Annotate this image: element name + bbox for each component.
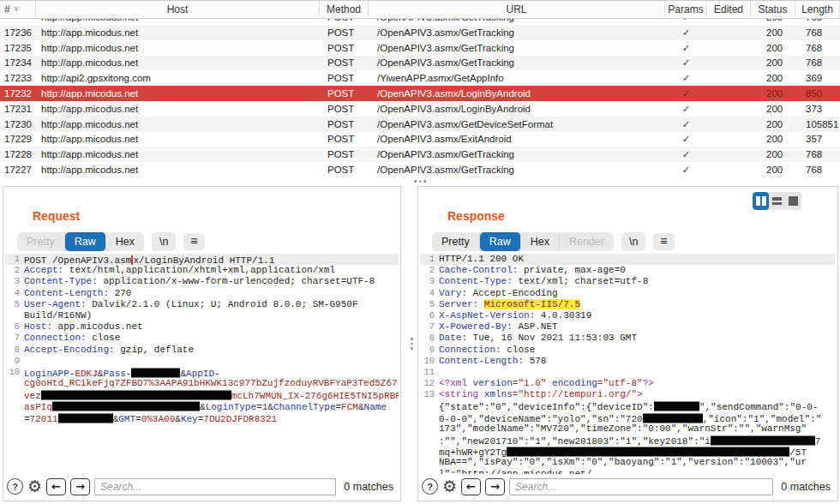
table-row-selected[interactable]: 17232http://app.micodus.netPOST/OpenAPIV… xyxy=(0,86,840,101)
request-editor[interactable]: 1POST /OpenAPIV3.asmx/LoginByAndroid HTT… xyxy=(5,254,399,474)
vertical-splitter-handle[interactable] xyxy=(407,334,417,353)
request-search-input[interactable] xyxy=(94,478,336,495)
text-segment: close xyxy=(87,333,121,343)
cell-url: /OpenAPIV3.asmx/GetDeviceSetFormat xyxy=(369,119,665,129)
text-segment: asPIq xyxy=(24,402,52,411)
request-panel: Request PrettyRawHex\n≡ 1POST /OpenAPIV3… xyxy=(3,186,401,501)
tab-raw[interactable]: Raw xyxy=(65,232,106,251)
column-header-url[interactable]: URL xyxy=(369,1,665,18)
menu-icon[interactable]: ≡ xyxy=(653,233,674,250)
table-row[interactable]: 17230http://app.micodus.netPOST/OpenAPIV… xyxy=(0,117,840,132)
cell-host: http://app.micodus.net xyxy=(36,149,320,159)
table-row[interactable]: 17234http://app.micodus.netPOST/OpenAPIV… xyxy=(0,56,840,71)
show-newlines-button[interactable]: \n xyxy=(621,232,645,251)
cell-host: http://app.micodus.net xyxy=(36,43,320,53)
table-row[interactable]: 17227http://app.micodus.netPOST/OpenAPIV… xyxy=(0,162,840,177)
cell-host: http://app.micodus.net xyxy=(36,104,320,114)
text-segment: ?> xyxy=(643,378,654,388)
tab-render[interactable]: Render xyxy=(560,232,614,251)
cell-host: http://app.micodus.net xyxy=(36,119,320,129)
text-segment: Pass xyxy=(103,369,125,378)
text-segment: Connection: xyxy=(24,333,87,343)
text-segment: = xyxy=(256,402,262,411)
line-number xyxy=(420,412,439,423)
params-check-icon: ✓ xyxy=(665,72,707,84)
layout-rows-button[interactable] xyxy=(769,192,785,210)
tab-hex[interactable]: Hex xyxy=(106,232,144,251)
tab-raw[interactable]: Raw xyxy=(480,232,521,251)
response-editor[interactable]: 1HTTP/1.1 200 OK2Cache-Control: private,… xyxy=(420,254,836,474)
table-row[interactable]: 17231http://app.micodus.netPOST/OpenAPIV… xyxy=(0,101,840,117)
line-content: X-Powered-By: ASP.NET xyxy=(439,321,836,333)
line-number: 4 xyxy=(420,288,439,299)
cell-status: 200 xyxy=(751,149,795,159)
column-header-host[interactable]: Host xyxy=(36,1,320,18)
cell-number: 17230 xyxy=(0,119,36,129)
cell-number: 17228 xyxy=(0,149,36,159)
layout-single-button[interactable] xyxy=(785,192,801,210)
line-content: Vary: Accept-Encoding xyxy=(439,288,836,299)
cell-url: /OpenAPIV3.asmx/LoginByAndroid xyxy=(369,88,665,99)
column-header-status[interactable]: Status xyxy=(751,1,795,18)
cell-length: 373 xyxy=(795,104,840,114)
text-segment: Content-Type: xyxy=(24,276,98,286)
table-row[interactable]: 17236http://app.micodus.netPOST/OpenAPIV… xyxy=(0,25,840,40)
text-segment: & xyxy=(358,402,364,411)
horizontal-splitter-handle[interactable] xyxy=(405,177,435,185)
column-header-method[interactable]: Method xyxy=(320,1,369,18)
request-title: Request xyxy=(33,209,80,223)
table-row-partial[interactable]: http://app.micodus.netPOST/OpenAPIV3.asm… xyxy=(0,19,840,25)
editor-line: 7Connection: close xyxy=(5,333,399,344)
cell-url: /OpenAPIV3.asmx/GetTracking xyxy=(369,57,665,68)
line-number: 10 xyxy=(420,356,439,367)
table-row[interactable]: 17233http://api2.gpsxitong.comPOST/Yiwen… xyxy=(0,70,840,86)
cell-number: 17236 xyxy=(0,27,36,38)
editor-line: l":"http://app.micodus.net/... xyxy=(420,469,836,474)
text-segment: ="http://tempuri.org/" xyxy=(513,389,637,399)
redaction-bar xyxy=(643,413,703,423)
editor-line: 6Host: app.micodus.net xyxy=(5,321,399,333)
next-match-button[interactable]: → xyxy=(485,478,505,495)
gear-icon[interactable]: ⚙ xyxy=(442,479,457,494)
text-segment: POST /OpenAPIV3.asm xyxy=(24,255,131,265)
table-row[interactable]: http://app.micodus.netPOST/OpenAPIV3.asm… xyxy=(0,19,840,25)
tab-pretty[interactable]: Pretty xyxy=(432,232,480,251)
params-check-icon: ✓ xyxy=(665,118,707,130)
params-check-icon: ✓ xyxy=(665,42,707,54)
line-number: 1 xyxy=(420,254,439,265)
cell-method: POST xyxy=(320,134,369,144)
column-header-length[interactable]: Length xyxy=(795,1,840,18)
text-segment: > xyxy=(637,389,643,399)
line-number xyxy=(5,378,24,389)
show-newlines-button[interactable]: \n xyxy=(152,232,176,251)
line-content xyxy=(24,356,399,367)
params-check-icon: ✓ xyxy=(665,57,707,69)
column-header-edited[interactable]: Edited xyxy=(707,1,751,18)
next-match-button[interactable]: → xyxy=(70,478,90,495)
params-check-icon: ✓ xyxy=(665,87,707,99)
column-header-number[interactable]: #∨ xyxy=(0,1,36,18)
help-icon[interactable]: ? xyxy=(422,478,438,495)
help-icon[interactable]: ? xyxy=(7,478,23,495)
response-search-input[interactable] xyxy=(509,478,773,495)
layout-columns-button[interactable] xyxy=(753,192,769,210)
editor-line: Build/R16NW) xyxy=(5,310,399,321)
cell-status: 200 xyxy=(751,165,795,175)
gear-icon[interactable]: ⚙ xyxy=(27,479,42,494)
table-row[interactable]: 17229http://app.micodus.netPOST/OpenAPIV… xyxy=(0,132,840,147)
line-content xyxy=(439,367,836,378)
line-number xyxy=(5,389,24,400)
line-content: Accept: text/html,application/xhtml+xml,… xyxy=(24,265,399,276)
table-row[interactable]: 17235http://app.micodus.netPOST/OpenAPIV… xyxy=(0,40,840,56)
menu-icon[interactable]: ≡ xyxy=(183,233,204,250)
column-header-params[interactable]: Params xyxy=(665,1,707,18)
table-row[interactable]: 17228http://app.micodus.netPOST/OpenAPIV… xyxy=(0,147,840,162)
text-segment: ChannelType xyxy=(273,402,336,411)
tab-pretty[interactable]: Pretty xyxy=(17,232,65,251)
previous-match-button[interactable]: ← xyxy=(461,478,481,495)
editor-line: 7X-Powered-By: ASP.NET xyxy=(420,321,836,333)
text-segment: EDKJ xyxy=(75,369,97,378)
editor-line: 3Content-Type: text/xml; charset=utf-8 xyxy=(420,276,836,287)
tab-hex[interactable]: Hex xyxy=(521,232,560,251)
previous-match-button[interactable]: ← xyxy=(46,478,66,495)
